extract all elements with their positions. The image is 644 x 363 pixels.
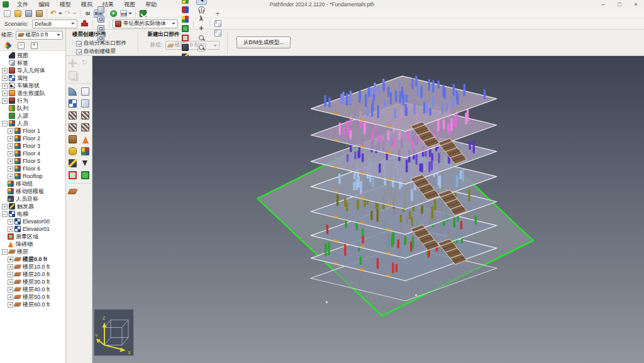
select-group-button[interactable] bbox=[96, 14, 106, 24]
save-file-button[interactable] bbox=[24, 9, 33, 18]
tree-expander-collapsed[interactable]: + bbox=[2, 83, 8, 89]
tree-item-vehicle-shapes[interactable]: +车辆形状 bbox=[0, 82, 65, 89]
tree-expander-collapsed[interactable]: + bbox=[2, 204, 8, 209]
tree-item-floor-60[interactable]: +楼层60.0 ft bbox=[0, 301, 65, 308]
tree-item-floors[interactable]: −楼层 bbox=[0, 248, 65, 255]
tree-item-obstructions[interactable]: 障碍物 bbox=[0, 240, 65, 248]
tree-expander-expanded[interactable]: − bbox=[2, 211, 8, 217]
show-movement-groups-button[interactable] bbox=[180, 5, 191, 14]
tree-expander-expanded[interactable]: − bbox=[2, 121, 8, 126]
reset-camera-button[interactable] bbox=[213, 9, 223, 19]
new-file-button[interactable] bbox=[3, 9, 12, 18]
tree-expander-collapsed[interactable]: + bbox=[8, 151, 13, 157]
generate-from-bim-button[interactable]: 从BIM生成模型... bbox=[236, 36, 291, 48]
tree-expander-collapsed[interactable]: + bbox=[2, 75, 8, 81]
tree-expander-collapsed[interactable]: + bbox=[8, 166, 13, 172]
navigation-view-switch-button[interactable] bbox=[3, 41, 13, 50]
tree-item-queues[interactable]: 队列 bbox=[0, 104, 65, 112]
door-tool-button[interactable] bbox=[67, 134, 79, 145]
tree-item-rescue-teams[interactable]: +逃生救援队 bbox=[0, 89, 65, 97]
tree-item-floor-50[interactable]: +楼层50.0 ft bbox=[0, 293, 65, 301]
new-floor-tool-button[interactable] bbox=[67, 186, 79, 197]
room-polygon-tool-button[interactable] bbox=[67, 86, 79, 97]
menu-item-edit[interactable]: 编辑 bbox=[33, 0, 55, 9]
tree-item-movement-group-templates[interactable]: 移动组模板 bbox=[0, 187, 65, 195]
tree-expander-collapsed[interactable]: + bbox=[8, 264, 13, 270]
orbit-tool-button[interactable] bbox=[196, 5, 207, 14]
tree-expander-collapsed[interactable]: + bbox=[8, 159, 13, 164]
tree-item-floor-40[interactable]: +楼层40.0 ft bbox=[0, 286, 65, 293]
ramp-two-point-tool-button[interactable] bbox=[67, 122, 79, 133]
navigation-cube[interactable]: ZYX bbox=[94, 309, 134, 356]
tree-expander-collapsed[interactable]: + bbox=[8, 143, 13, 149]
select-tool-button[interactable] bbox=[196, 0, 207, 5]
tree-item-tags[interactable]: 标签 bbox=[0, 59, 65, 67]
render-mode-select[interactable]: 带轮廓的实际物体 bbox=[113, 20, 178, 28]
tree-item-behaviors[interactable]: +行为 bbox=[0, 97, 65, 104]
show-measurement-regions-button[interactable] bbox=[180, 24, 191, 33]
tree-item-measurement-regions[interactable]: 测量区域 bbox=[0, 233, 65, 240]
scenario-select[interactable]: Default bbox=[32, 20, 77, 28]
menu-item-simulate[interactable]: 模拟 bbox=[76, 0, 97, 9]
tree-item-floor-20[interactable]: +楼层20.0 ft bbox=[0, 271, 65, 278]
tree-expander-collapsed[interactable]: + bbox=[8, 128, 13, 134]
stairs-two-point-tool-button[interactable] bbox=[67, 110, 79, 121]
results-chart-button[interactable] bbox=[119, 9, 133, 18]
tree-item-elevators[interactable]: −电梯 bbox=[0, 210, 65, 218]
close-button[interactable]: × bbox=[628, 0, 644, 9]
snap-to-grid-button[interactable] bbox=[213, 19, 223, 28]
stairs-polygon-tool-button[interactable] bbox=[80, 110, 91, 121]
undo-button[interactable] bbox=[50, 9, 63, 18]
import-model-button[interactable] bbox=[35, 9, 44, 18]
tree-item-triggers[interactable]: +触发器 bbox=[0, 203, 65, 210]
tree-item-occupants-floor-4[interactable]: +Floor 4 bbox=[0, 150, 65, 157]
tree-item-occupants-floor-1[interactable]: +Floor 1 bbox=[0, 127, 65, 135]
menu-item-help[interactable]: 帮助 bbox=[140, 0, 162, 9]
menu-item-results[interactable]: 结果 bbox=[97, 0, 119, 9]
tree-expander-collapsed[interactable]: + bbox=[8, 226, 13, 232]
tree-expander-expanded[interactable]: − bbox=[2, 249, 8, 255]
ramp-polygon-tool-button[interactable] bbox=[80, 122, 91, 133]
3d-viewport[interactable]: ZYX bbox=[92, 56, 644, 363]
minimize-button[interactable]: – bbox=[595, 0, 611, 9]
menu-item-file[interactable]: 文件 bbox=[12, 0, 33, 9]
tree-item-occupants-floor-2[interactable]: +Floor 2 bbox=[0, 135, 65, 142]
maximize-button[interactable]: □ bbox=[611, 0, 628, 9]
add-occupant-group-tool-button[interactable] bbox=[80, 146, 91, 157]
current-floor-select[interactable]: 楼层0.0 ft bbox=[16, 31, 63, 40]
select-faces-button[interactable] bbox=[96, 24, 106, 33]
grid-settings-button[interactable] bbox=[213, 28, 223, 38]
auto-separate-checkbox[interactable] bbox=[76, 41, 82, 47]
tree-expander-collapsed[interactable]: + bbox=[8, 279, 13, 285]
pan-tool-button[interactable] bbox=[196, 24, 207, 33]
auto-create-floor-checkbox[interactable] bbox=[76, 49, 82, 55]
menu-item-view[interactable]: 视图 bbox=[119, 0, 140, 9]
si-units-toggle-button[interactable]: SI bbox=[83, 9, 92, 18]
tree-item-occupants-floor-5[interactable]: +Floor 5 bbox=[0, 157, 65, 165]
hole-tool-button[interactable] bbox=[80, 98, 91, 109]
3d-scene[interactable] bbox=[92, 56, 644, 363]
show-obstructions-button[interactable] bbox=[180, 43, 191, 52]
collapse-all-button[interactable] bbox=[16, 41, 26, 50]
open-results-viewer-button[interactable] bbox=[138, 9, 148, 18]
tree-item-occupants[interactable]: −人员 bbox=[0, 120, 65, 127]
monitor-point-tool-button[interactable] bbox=[67, 170, 79, 181]
auto-create-floor-checkbox-row[interactable]: 自动创建楼层 bbox=[76, 48, 131, 55]
trigger-tool-button[interactable] bbox=[67, 158, 79, 169]
tree-item-floor-30[interactable]: +楼层30.0 ft bbox=[0, 278, 65, 286]
area-tool-button[interactable] bbox=[67, 98, 79, 109]
tree-item-occupant-targets[interactable]: 人员目标 bbox=[0, 195, 65, 203]
tree-expander-collapsed[interactable]: + bbox=[8, 302, 13, 308]
tree-expander-collapsed[interactable]: + bbox=[2, 91, 8, 96]
show-floor-grid-button[interactable] bbox=[180, 0, 191, 5]
tree-expander-collapsed[interactable]: + bbox=[2, 68, 8, 74]
tree-expander-collapsed[interactable]: + bbox=[8, 136, 13, 142]
tree-item-elevator00[interactable]: +Elevator00 bbox=[0, 218, 65, 225]
tree-expander-collapsed[interactable]: + bbox=[2, 98, 8, 104]
thin-wall-tool-button[interactable] bbox=[80, 86, 91, 97]
tree-item-occupants-floor-3[interactable]: +Floor 3 bbox=[0, 142, 65, 150]
tree-item-floor-10[interactable]: +楼层10.0 ft bbox=[0, 263, 65, 271]
show-profiles-colors-button[interactable] bbox=[180, 14, 191, 24]
tree-expander-collapsed[interactable]: + bbox=[8, 219, 13, 225]
tree-expander-collapsed[interactable]: + bbox=[8, 257, 13, 262]
